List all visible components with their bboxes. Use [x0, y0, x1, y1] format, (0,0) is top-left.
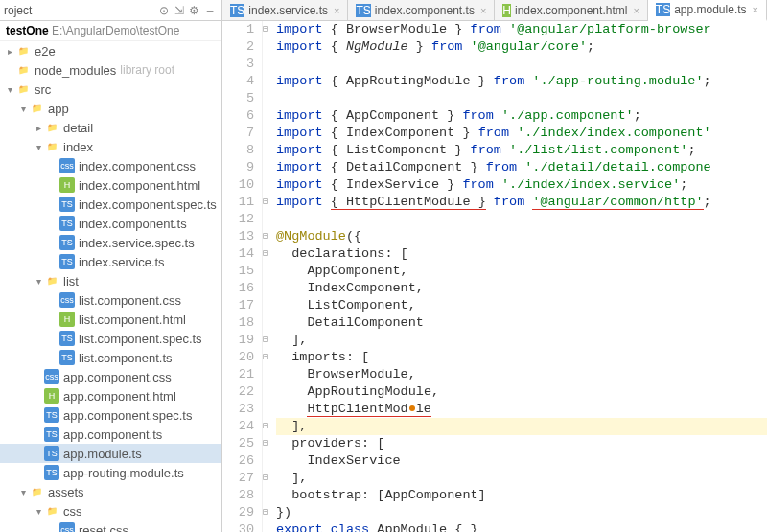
tree-item[interactable]: ▾📁app [0, 99, 221, 118]
tree-item[interactable]: TSlist.component.ts [0, 348, 221, 367]
code-line[interactable]: ], [276, 332, 767, 349]
code-line[interactable]: providers: [ [276, 435, 767, 452]
fold-column[interactable]: ⊟⊟⊟⊟⊟⊟⊟⊟⊟⊟ [263, 21, 276, 532]
tree-item[interactable]: Hlist.component.html [0, 310, 221, 329]
fold-marker[interactable]: ⊟ [263, 332, 276, 349]
line-number: 27 [222, 470, 254, 487]
project-sidebar: roject ⊙ ⇲ ⚙ – testOne E:\AngularDemo\te… [0, 0, 222, 532]
fold-marker[interactable]: ⊟ [263, 435, 276, 452]
chevron-down-icon[interactable]: ▾ [17, 487, 29, 497]
code-line[interactable]: import { NgModule } from '@angular/core'… [276, 38, 767, 56]
fold-marker[interactable]: ⊟ [263, 349, 276, 366]
chevron-down-icon[interactable]: ▾ [17, 104, 29, 114]
close-icon[interactable]: × [753, 4, 758, 15]
code-line[interactable]: ListComponent, [276, 297, 767, 314]
code-line[interactable]: ], [276, 418, 767, 435]
code-line[interactable]: imports: [ [276, 349, 767, 366]
chevron-right-icon[interactable]: ▸ [33, 123, 44, 133]
code-line[interactable]: HttpClientModle [276, 401, 767, 418]
tree-item[interactable]: TSapp.component.spec.ts [0, 405, 221, 425]
code-line[interactable]: import { ListComponent } from './list/li… [276, 142, 767, 159]
editor-tab[interactable]: TSindex.component.ts× [348, 0, 495, 20]
tree-item[interactable]: cssreset.css [0, 520, 221, 532]
target-icon[interactable]: ⊙ [156, 4, 172, 17]
tree-item[interactable]: TSindex.service.ts [0, 252, 221, 271]
fold-marker[interactable]: ⊟ [263, 194, 276, 211]
tree-item[interactable]: TSapp-routing.module.ts [0, 463, 221, 482]
editor-tab[interactable]: TSindex.service.ts× [222, 0, 348, 20]
chevron-down-icon[interactable]: ▾ [4, 84, 15, 95]
chevron-right-icon[interactable]: ▸ [4, 46, 15, 57]
breadcrumb[interactable]: testOne E:\AngularDemo\testOne [0, 21, 221, 41]
code-line[interactable]: ], [276, 470, 767, 487]
project-tree[interactable]: ▸📁e2e📁node_moduleslibrary root▾📁src▾📁app… [0, 41, 221, 532]
tree-item[interactable]: Hindex.component.html [0, 175, 221, 195]
close-icon[interactable]: × [334, 5, 339, 16]
minimize-icon[interactable]: – [202, 4, 218, 17]
tree-item[interactable]: TSapp.component.ts [0, 425, 221, 444]
code-line[interactable]: import { IndexService } from './index/in… [276, 176, 767, 194]
breadcrumb-path: E:\AngularDemo\testOne [52, 24, 179, 37]
tree-item[interactable]: TSlist.component.spec.ts [0, 329, 221, 348]
chevron-down-icon[interactable]: ▾ [33, 142, 44, 152]
folder-icon: 📁 [29, 101, 44, 116]
code-line[interactable]: import { HttpClientModule } from '@angul… [276, 194, 767, 211]
code-line[interactable]: import { AppRoutingModule } from './app-… [276, 73, 767, 90]
tree-item[interactable]: ▾📁index [0, 137, 221, 156]
code-line[interactable] [276, 211, 767, 228]
chevron-down-icon[interactable]: ▾ [33, 506, 44, 517]
code-line[interactable] [276, 56, 767, 73]
ts-file-icon: TS [656, 3, 670, 16]
code-line[interactable]: BrowserModule, [276, 366, 767, 383]
tree-item[interactable]: Happ.component.html [0, 386, 221, 405]
tree-item[interactable]: TSindex.service.spec.ts [0, 233, 221, 252]
close-icon[interactable]: × [633, 5, 639, 16]
tree-item[interactable]: ▸📁e2e [0, 41, 221, 60]
collapse-icon[interactable]: ⇲ [172, 4, 187, 17]
code-line[interactable]: }) [276, 504, 767, 521]
editor-tab[interactable]: TSapp.module.ts× [648, 0, 767, 21]
chevron-down-icon[interactable]: ▾ [33, 276, 44, 287]
tree-item[interactable]: 📁node_moduleslibrary root [0, 60, 221, 80]
tree-item[interactable]: cssapp.component.css [0, 367, 221, 386]
fold-marker[interactable]: ⊟ [263, 418, 276, 435]
tree-item[interactable]: ▾📁assets [0, 482, 221, 501]
code-line[interactable]: @NgModule({ [276, 228, 767, 245]
tree-item[interactable]: ▾📁src [0, 80, 221, 99]
code-line[interactable]: bootstrap: [AppComponent] [276, 487, 767, 504]
code-editor[interactable]: 1234567891011121314151617181920212223242… [222, 21, 767, 532]
code-body[interactable]: import { BrowserModule } from '@angular/… [276, 21, 767, 532]
fold-marker[interactable]: ⊟ [263, 504, 276, 521]
code-line[interactable]: IndexComponent, [276, 280, 767, 297]
close-icon[interactable]: × [480, 5, 486, 16]
fold-marker[interactable]: ⊟ [263, 228, 276, 245]
code-line[interactable]: declarations: [ [276, 245, 767, 263]
code-line[interactable]: DetailComponent [276, 314, 767, 332]
tab-label: index.component.ts [375, 4, 475, 17]
tree-item-label: list.component.spec.ts [79, 332, 202, 346]
tree-item[interactable]: ▾📁list [0, 271, 221, 290]
code-line[interactable]: IndexService [276, 452, 767, 470]
code-line[interactable]: import { DetailComponent } from './detai… [276, 159, 767, 176]
editor-tab[interactable]: Hindex.component.html× [495, 0, 648, 20]
gear-icon[interactable]: ⚙ [187, 4, 202, 17]
fold-marker[interactable]: ⊟ [263, 470, 276, 487]
code-line[interactable] [276, 90, 767, 107]
tree-item-label: index.service.spec.ts [79, 236, 195, 250]
tree-item[interactable]: csslist.component.css [0, 290, 221, 310]
tree-item[interactable]: TSapp.module.ts [0, 444, 221, 463]
tree-item[interactable]: cssindex.component.css [0, 156, 221, 175]
code-line[interactable]: AppComponent, [276, 263, 767, 280]
code-line[interactable]: import { AppComponent } from './app.comp… [276, 107, 767, 125]
fold-marker[interactable]: ⊟ [263, 21, 276, 38]
tree-item[interactable]: TSindex.component.ts [0, 214, 221, 233]
fold-marker[interactable]: ⊟ [263, 245, 276, 263]
fold-marker [263, 107, 276, 125]
code-line[interactable]: import { IndexComponent } from './index/… [276, 125, 767, 142]
code-line[interactable]: AppRoutingModule, [276, 383, 767, 401]
tree-item[interactable]: ▸📁detail [0, 118, 221, 137]
tree-item[interactable]: ▾📁css [0, 501, 221, 520]
tree-item[interactable]: TSindex.component.spec.ts [0, 195, 221, 214]
code-line[interactable]: import { BrowserModule } from '@angular/… [276, 21, 767, 38]
code-line[interactable]: export class AppModule { } [276, 521, 767, 532]
